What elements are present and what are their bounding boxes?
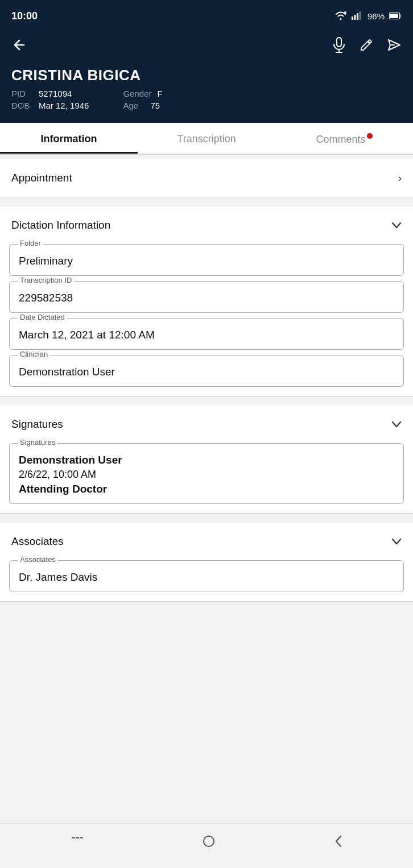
svg-rect-3 [357,13,358,20]
dob-value: Mar 12, 1946 [39,101,89,110]
dob-label: DOB [11,101,33,110]
tabs-container: Information Transcription Comments [0,123,413,154]
date-dictated-field: Date Dictated March 12, 2021 at 12:00 AM [9,318,404,350]
svg-rect-2 [354,15,356,20]
appointment-title: Appointment [11,172,72,184]
sig-date: 2/6/22, 10:00 AM [19,469,394,481]
tab-information[interactable]: Information [0,123,138,154]
signatures-content: Demonstration User 2/6/22, 10:00 AM Atte… [10,444,403,503]
sig-name: Demonstration User [19,454,394,466]
dictation-info-section[interactable]: Dictation Information [0,206,413,244]
back-button[interactable] [11,38,27,55]
tab-comments[interactable]: Comments [275,123,413,154]
comments-badge [367,133,373,139]
signatures-field-label: Signatures [18,438,57,447]
bottom-padding [0,602,413,659]
signatures-section[interactable]: Signatures [0,406,413,443]
signal-icon [352,11,363,22]
clinician-value: Demonstration User [10,356,403,386]
age-row: Age 75 [123,101,162,110]
svg-rect-7 [337,38,341,47]
associates-chevron-icon [391,536,402,548]
date-dictated-value: March 12, 2021 at 12:00 AM [10,319,403,349]
patient-meta-left: PID 5271094 DOB Mar 12, 1946 [11,89,89,110]
clinician-field: Clinician Demonstration User [9,355,404,387]
svg-rect-1 [352,16,353,20]
signatures-title: Signatures [11,418,63,431]
pid-label: PID [11,89,33,98]
tab-transcription[interactable]: Transcription [138,123,275,154]
patient-meta-right: Gender F Age 75 [123,89,162,110]
svg-rect-4 [359,11,361,20]
svg-rect-14 [204,836,214,846]
home-icon[interactable] [201,834,216,852]
associates-label: Associates [18,555,58,564]
dictation-info-title: Dictation Information [11,219,110,232]
transcription-id-field: Transcription ID 229582538 [9,281,404,313]
back-nav-icon[interactable] [333,834,343,852]
clinician-label: Clinician [18,350,50,358]
nav-bar [0,31,413,67]
nav-right-icons [332,37,402,56]
svg-point-0 [344,11,346,14]
transcription-id-label: Transcription ID [18,276,74,284]
sig-role: Attending Doctor [19,483,394,495]
associates-fields: Associates Dr. James Davis [0,560,413,601]
transcription-id-value: 229582538 [10,282,403,312]
gender-value: F [157,89,162,98]
signatures-chevron-icon [391,419,402,431]
bottom-nav [0,823,413,868]
folder-label: Folder [18,239,43,247]
associates-field: Associates Dr. James Davis [9,560,404,592]
battery-icon [389,12,402,21]
send-icon[interactable] [387,38,402,55]
status-icons: 96% [334,11,402,22]
gap-3 [0,396,413,406]
battery-percentage: 96% [367,11,385,21]
associates-title: Associates [11,535,64,548]
gap-2 [0,197,413,206]
patient-name: CRISTINA BIGICA [11,67,402,84]
edit-icon[interactable] [360,38,373,55]
gender-label: Gender [123,89,151,98]
status-bar: 10:00 96% [0,0,413,31]
dictation-fields: Folder Preliminary Transcription ID 2295… [0,244,413,396]
pid-row: PID 5271094 [11,89,89,98]
menu-icon[interactable] [70,835,85,851]
dob-row: DOB Mar 12, 1946 [11,101,89,110]
age-label: Age [123,101,144,110]
wifi-icon [334,11,347,22]
microphone-icon[interactable] [332,37,346,56]
patient-meta: PID 5271094 DOB Mar 12, 1946 Gender F Ag… [11,89,402,110]
main-content: Appointment › Dictation Information Fold… [0,154,413,659]
signatures-fields: Signatures Demonstration User 2/6/22, 10… [0,443,413,513]
date-dictated-label: Date Dictated [18,313,67,321]
appointment-section[interactable]: Appointment › [0,159,413,197]
signatures-field: Signatures Demonstration User 2/6/22, 10… [9,443,404,504]
associates-section[interactable]: Associates [0,523,413,560]
appointment-chevron-icon: › [398,172,402,184]
age-value: 75 [150,101,160,110]
svg-rect-6 [390,14,398,18]
gap-4 [0,514,413,523]
associates-value: Dr. James Davis [10,561,403,592]
dictation-chevron-icon [391,220,402,232]
gender-row: Gender F [123,89,162,98]
folder-field: Folder Preliminary [9,244,404,276]
patient-header: CRISTINA BIGICA PID 5271094 DOB Mar 12, … [0,67,413,123]
status-time: 10:00 [11,10,38,22]
folder-value: Preliminary [10,245,403,275]
pid-value: 5271094 [39,89,72,98]
gap-1 [0,155,413,159]
